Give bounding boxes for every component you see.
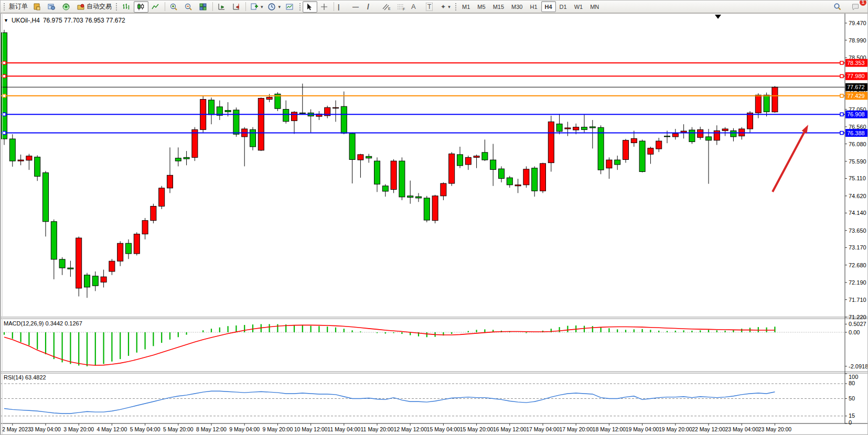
- time-axis-label: 10 May 12:00: [294, 426, 328, 432]
- hline-handle: [840, 132, 843, 135]
- time-axis-label: 11 May 20:00: [361, 426, 394, 432]
- svg-text:0.00: 0.00: [849, 329, 860, 335]
- time-axis-label: 22 May 12:00: [692, 426, 725, 432]
- hline-handle: [3, 74, 6, 78]
- hline-handle: [3, 94, 6, 97]
- time-axis-label: 19 May 04:00: [626, 426, 659, 432]
- svg-text:74.140: 74.140: [849, 210, 866, 216]
- macd-indicator-label: MACD(12,26,9) 0.3442 0.1267: [4, 320, 82, 327]
- svg-text:76.080: 76.080: [849, 141, 866, 147]
- chart-canvas[interactable]: 79.47078.99078.50078.02077.54077.05076.5…: [1, 13, 868, 435]
- time-axis-label: 23 May 04:00: [725, 426, 758, 432]
- time-axis-label: 17 May 20:00: [559, 426, 593, 432]
- svg-text:76.388: 76.388: [847, 130, 865, 136]
- svg-text:72.680: 72.680: [849, 262, 866, 268]
- svg-text:77.672: 77.672: [847, 84, 865, 90]
- svg-text:71.220: 71.220: [849, 314, 866, 320]
- time-axis-label: 2 May 2023: [2, 426, 31, 432]
- time-axis-label: 9 May 20:00: [263, 426, 293, 432]
- svg-text:73.170: 73.170: [849, 244, 866, 251]
- hline-handle: [3, 113, 6, 116]
- time-axis-label: 12 May 12:00: [393, 426, 427, 432]
- svg-text:78.990: 78.990: [849, 37, 866, 44]
- window-left-edge: [1, 13, 3, 435]
- time-axis-label: 8 May 12:00: [196, 426, 227, 432]
- rsi-indicator-label: RSI(14) 63.4822: [4, 374, 46, 380]
- svg-text:73.650: 73.650: [849, 227, 866, 234]
- svg-text:15: 15: [849, 412, 855, 419]
- hline-handle: [840, 113, 843, 116]
- time-axis-label: 9 May 04:00: [229, 426, 260, 432]
- time-axis-label: 19 May 20:00: [659, 426, 692, 432]
- chart-title: ▼ UKOil-,H4 76.975 77.703 76.953 77.672: [4, 17, 125, 24]
- hline-handle: [840, 61, 843, 64]
- svg-text:-2.0918: -2.0918: [849, 363, 868, 369]
- chart-symbol: UKOil-,H4: [12, 17, 40, 24]
- hline-handle: [840, 74, 843, 78]
- terminal-window: 新订单 自动交易 ▾: [0, 0, 868, 435]
- time-axis-label: 17 May 04:00: [526, 426, 560, 432]
- svg-text:71.710: 71.710: [849, 297, 866, 303]
- svg-text:79.470: 79.470: [849, 20, 866, 26]
- chart-ohlc-values: 76.975 77.703 76.953 77.672: [43, 17, 125, 24]
- svg-text:75.590: 75.590: [849, 158, 866, 165]
- svg-text:50: 50: [849, 395, 855, 401]
- svg-text:77.980: 77.980: [847, 73, 865, 79]
- time-axis-label: 3 May 04:00: [30, 426, 61, 432]
- time-axis-label: 5 May 20:00: [163, 426, 194, 432]
- time-axis-label: 4 May 12:00: [97, 426, 127, 432]
- svg-text:74.620: 74.620: [849, 193, 866, 199]
- hline-handle: [3, 132, 6, 135]
- hline-handle: [3, 61, 6, 64]
- chart-plot[interactable]: 79.47078.99078.50078.02077.54077.05076.5…: [1, 1, 868, 435]
- time-axis-label: 15 May 20:00: [460, 426, 494, 432]
- time-axis-label: 15 May 04:00: [427, 426, 460, 432]
- svg-text:0.5027: 0.5027: [849, 321, 866, 327]
- time-axis-label: 16 May 12:00: [493, 426, 527, 432]
- svg-text:100: 100: [849, 374, 858, 380]
- collapse-icon[interactable]: ▼: [4, 18, 8, 23]
- svg-text:0: 0: [849, 419, 852, 426]
- time-axis-label: 23 May 20:00: [758, 426, 792, 432]
- svg-text:80: 80: [849, 380, 855, 386]
- hline-handle: [840, 94, 843, 97]
- time-axis-label: 11 May 04:00: [327, 426, 360, 432]
- time-axis-label: 3 May 20:00: [63, 426, 94, 432]
- svg-text:78.353: 78.353: [847, 60, 865, 66]
- time-axis-label: 5 May 04:00: [130, 426, 160, 432]
- time-axis-label: 18 May 12:00: [593, 426, 626, 432]
- svg-text:76.908: 76.908: [847, 111, 865, 117]
- svg-text:75.110: 75.110: [849, 175, 866, 181]
- svg-text:72.190: 72.190: [849, 279, 866, 286]
- svg-text:77.429: 77.429: [847, 93, 865, 99]
